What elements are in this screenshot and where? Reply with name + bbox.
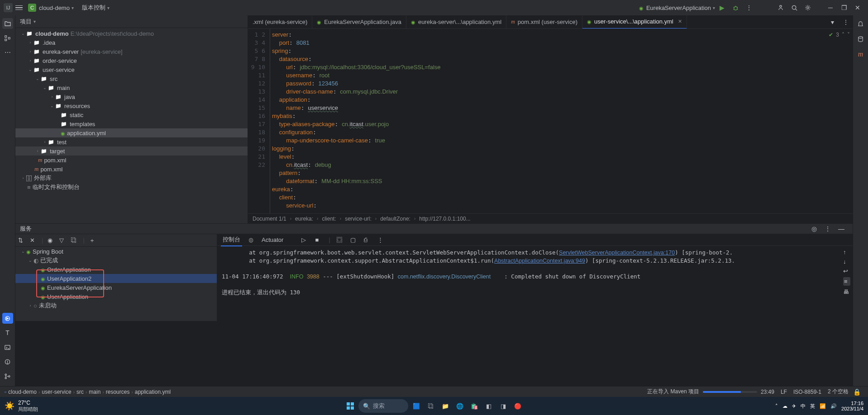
inspections-widget[interactable]: ✔3 ˄˅ (829, 32, 850, 38)
run-config-selector[interactable]: EurekaServerApplication (646, 5, 711, 11)
tree-user[interactable]: ⌄user-service (15, 65, 248, 74)
services-list[interactable]: ⌄Spring Boot ⌄◐已完成 OrderApplication User… (15, 247, 217, 321)
tree-src[interactable]: ⌄src (15, 74, 248, 83)
scroll-up-icon[interactable]: ↑ (843, 249, 850, 255)
caret-position[interactable]: 23:49 (761, 389, 774, 395)
project-tool-icon[interactable] (2, 18, 13, 29)
close-icon[interactable]: ✕ (678, 19, 682, 24)
svc-user-app2[interactable]: UserApplication2 (15, 274, 217, 283)
pycharm-icon[interactable]: ◨ (497, 400, 510, 412)
onedrive-icon[interactable]: ☁ (782, 403, 787, 409)
explorer-icon[interactable]: 📁 (439, 400, 452, 412)
tree-root[interactable]: ⌄cloud-demo E:\IdeaProjects\test\cloud-d… (15, 29, 248, 38)
console-more-icon[interactable]: ⋮ (377, 236, 385, 243)
sort-icon[interactable]: ⇅ (18, 237, 25, 244)
maven-tool-icon[interactable]: m (855, 49, 866, 60)
notifications-icon[interactable] (855, 18, 866, 29)
tray-chevron-icon[interactable]: ˄ (775, 403, 778, 409)
line-separator[interactable]: LF (781, 389, 787, 395)
background-task-label[interactable]: 正在导入 Maven 项目 (647, 388, 699, 396)
tree-pom1[interactable]: mpom.xml (15, 156, 248, 165)
console-print-icon[interactable]: ⎙ (364, 236, 371, 243)
hamburger-icon[interactable] (15, 5, 23, 10)
more-icon[interactable]: ⋮ (744, 2, 754, 13)
chevron-up-icon[interactable]: ˄ (842, 32, 844, 38)
print-icon[interactable]: 🖶 (843, 288, 850, 295)
system-tray[interactable]: ˄ ☁ ✈ 中 英 📶 🔊 17:162023/11/4 (775, 401, 863, 411)
panel-more-icon[interactable]: ⋮ (822, 223, 833, 234)
taskbar-search[interactable]: 🔍搜索 (358, 399, 408, 413)
edge-icon[interactable]: 🌐 (453, 400, 466, 412)
copilot-icon[interactable]: 🟦 (410, 400, 423, 412)
settings-icon[interactable] (802, 2, 813, 13)
code-with-me-icon[interactable] (775, 2, 786, 13)
chrome-icon[interactable]: 🔴 (511, 400, 524, 412)
tab-more-icon[interactable]: ⋮ (840, 17, 851, 28)
task-view-icon[interactable]: ⿻ (424, 400, 437, 412)
tree-eureka[interactable]: ›eureka-server [eureka-service] (15, 47, 248, 56)
console-settings-icon[interactable]: ⿴ (337, 236, 344, 243)
tree-ext-lib[interactable]: ›⿲外部库 (15, 174, 248, 183)
rerun-icon[interactable]: ▷ (301, 236, 309, 243)
debug-button[interactable] (730, 2, 741, 13)
tab-user-yml[interactable]: user-service\...\application.yml✕ (582, 15, 687, 29)
git-tool-icon[interactable] (2, 371, 13, 382)
volume-icon[interactable]: 🔊 (830, 403, 837, 409)
svc-done-group[interactable]: ⌄◐已完成 (15, 256, 217, 265)
services-header[interactable]: 服务 ◎ ⋮ — (15, 223, 853, 234)
weather-widget[interactable]: ☀️ 27°C局部晴朗 (5, 400, 38, 413)
soft-wrap-icon[interactable]: ↩ (843, 268, 850, 274)
structure-tool-icon[interactable] (2, 33, 13, 43)
tab-pom-user[interactable]: mpom.xml (user-service) (506, 15, 582, 29)
tree-static[interactable]: static (15, 110, 248, 119)
terminal-tool-icon[interactable] (2, 342, 13, 353)
svc-user-app[interactable]: UserApplication (15, 292, 217, 301)
tree-test[interactable]: ›test (15, 137, 248, 146)
chevron-down-icon[interactable]: ˅ (847, 32, 850, 38)
ime-lang1[interactable]: 中 (801, 403, 806, 410)
tree-app-yml[interactable]: application.yml (15, 128, 248, 137)
filter-icon[interactable]: ▽ (59, 237, 67, 244)
chevron-down-icon[interactable]: ▾ (107, 5, 110, 10)
problems-tool-icon[interactable] (2, 356, 13, 367)
maximize-button[interactable]: ❐ (839, 2, 849, 13)
expand-icon[interactable]: ⿻ (71, 237, 78, 244)
svc-not-started[interactable]: ›○未启动 (15, 301, 217, 310)
code-content[interactable]: server: port: 8081 spring: datasource: u… (270, 29, 853, 213)
bookmarks-icon[interactable]: T (2, 327, 13, 338)
minimize-button[interactable]: ─ (825, 2, 836, 13)
start-button[interactable] (344, 400, 357, 412)
svc-order-app[interactable]: OrderApplication (15, 265, 217, 274)
console-output[interactable]: at org.springframework.boot.web.servlet.… (217, 246, 841, 321)
tree-order[interactable]: ›order-service (15, 56, 248, 65)
tab-pom-eureka[interactable]: .xml (eureka-service) (248, 15, 312, 29)
services-tool-icon[interactable] (2, 313, 13, 324)
actuator-tab[interactable]: Actuator (260, 235, 285, 245)
tree-java[interactable]: ›java (15, 92, 248, 101)
tree-pom2[interactable]: mpom.xml (15, 165, 248, 174)
tab-list-icon[interactable]: ▾ (827, 17, 838, 28)
svc-eureka-app[interactable]: EurekaServerApplication (15, 283, 217, 292)
project-panel-header[interactable]: 项目▾ (15, 15, 248, 28)
chevron-down-icon[interactable]: ▾ (713, 5, 715, 10)
tree-scratch[interactable]: ≡临时文件和控制台 (15, 183, 248, 192)
add-icon[interactable]: ＋ (89, 236, 96, 245)
console-screenshot-icon[interactable]: ▢ (350, 236, 358, 243)
tree-main[interactable]: ⌄main (15, 83, 248, 92)
crosshair-icon[interactable]: ◎ (809, 223, 820, 234)
panel-hide-icon[interactable]: — (836, 223, 847, 234)
vcs-menu[interactable]: 版本控制 (82, 4, 105, 12)
project-name[interactable]: cloud-demo (39, 5, 70, 11)
tab-eureka-yml[interactable]: eureka-server\...\application.yml (406, 15, 506, 29)
tree-idea[interactable]: ›.idea (15, 38, 248, 47)
indent-info[interactable]: 2 个空格 (828, 388, 849, 396)
progress-bar[interactable] (703, 391, 757, 393)
status-breadcrumb[interactable]: cloud-demo›user-service›src›main›resourc… (8, 389, 171, 395)
code-editor[interactable]: 1 2 3 4 5 6 7 8 9 10 11 12 13 14 15 16 1… (248, 29, 853, 213)
run-button[interactable]: ▶ (716, 2, 727, 13)
tree-target[interactable]: ›target (15, 146, 248, 156)
airplane-icon[interactable]: ✈ (792, 403, 796, 409)
svc-spring-boot[interactable]: ⌄Spring Boot (15, 247, 217, 256)
ime-lang2[interactable]: 英 (810, 403, 815, 410)
database-tool-icon[interactable] (855, 33, 866, 44)
